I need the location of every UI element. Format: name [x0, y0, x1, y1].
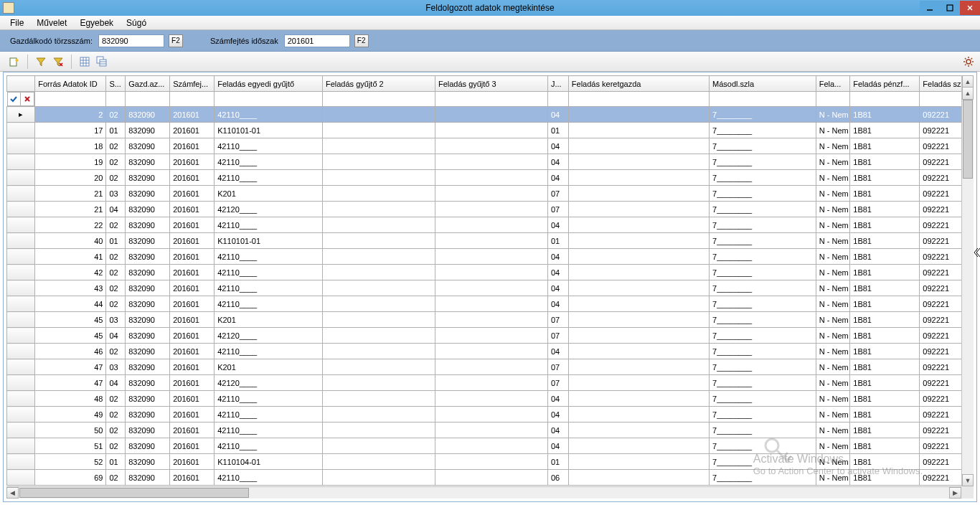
menu-egyebek[interactable]: Egyebek — [80, 18, 113, 28]
export-icon[interactable] — [7, 55, 22, 69]
menu-sugo[interactable]: Súgó — [126, 18, 146, 28]
svg-line-24 — [971, 58, 973, 60]
idoszak-input[interactable] — [284, 34, 350, 47]
svg-line-21 — [965, 58, 966, 60]
svg-line-23 — [965, 64, 966, 65]
window-title: Feldolgozott adatok megtekintése — [425, 3, 554, 13]
minimize-button[interactable] — [920, 1, 940, 15]
maximize-button[interactable] — [940, 1, 960, 15]
idoszak-f2-button[interactable]: F2 — [354, 34, 369, 47]
toolbar — [0, 52, 980, 72]
params-bar: Gazdálkodó törzsszám: F2 Számfejtés idős… — [0, 30, 980, 52]
torzsszam-label: Gazdálkodó törzsszám: — [10, 37, 93, 45]
window-controls — [920, 1, 980, 15]
svg-rect-13 — [100, 60, 106, 66]
app-icon — [3, 2, 14, 14]
svg-point-16 — [966, 60, 971, 64]
grid-icon[interactable] — [77, 55, 92, 69]
filter-icon[interactable] — [34, 55, 48, 69]
titlebar: Feldolgozott adatok megtekintése — [0, 0, 980, 16]
torzsszam-input[interactable] — [98, 34, 164, 47]
svg-rect-7 — [80, 57, 89, 66]
svg-rect-4 — [10, 58, 17, 66]
toolbar-separator — [71, 55, 72, 69]
menu-muvelet[interactable]: Művelet — [37, 18, 67, 28]
menubar: File Művelet Egyebek Súgó — [0, 16, 980, 30]
close-button[interactable] — [960, 1, 980, 15]
toolbar-separator — [27, 55, 28, 69]
torzsszam-f2-button[interactable]: F2 — [169, 34, 183, 47]
menu-file[interactable]: File — [10, 18, 24, 28]
filter-clear-icon[interactable] — [51, 55, 65, 69]
svg-rect-1 — [947, 5, 953, 11]
gear-icon[interactable] — [961, 55, 976, 69]
copy-grid-icon[interactable] — [95, 55, 109, 69]
idoszak-label: Számfejtés időszak — [210, 37, 278, 45]
svg-line-22 — [971, 64, 973, 65]
